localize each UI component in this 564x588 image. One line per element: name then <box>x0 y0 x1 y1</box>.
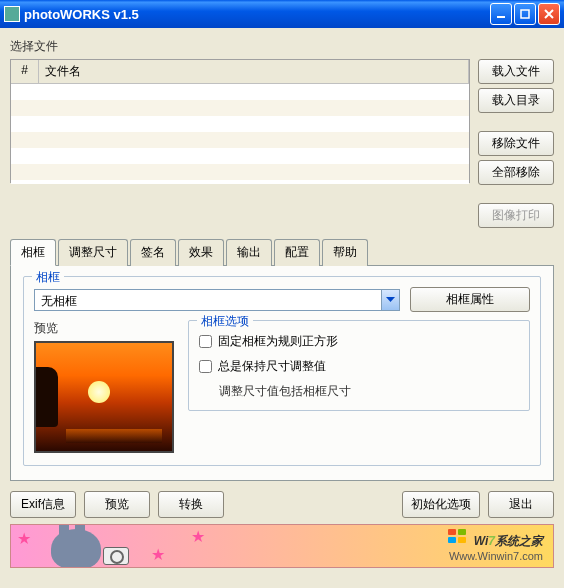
table-header: # 文件名 <box>11 60 469 84</box>
minimize-button[interactable] <box>490 3 512 25</box>
keep-size-checkbox[interactable] <box>199 360 212 373</box>
tab-signature[interactable]: 签名 <box>130 239 176 266</box>
tab-config[interactable]: 配置 <box>274 239 320 266</box>
tab-output[interactable]: 输出 <box>226 239 272 266</box>
square-frame-checkbox[interactable] <box>199 335 212 348</box>
tab-frame[interactable]: 相框 <box>10 239 56 266</box>
preview-button[interactable]: 预览 <box>84 491 150 518</box>
frame-type-combo[interactable]: 无相框 <box>34 289 400 311</box>
bunny-icon <box>51 529 101 568</box>
titlebar: photoWORKS v1.5 <box>0 0 564 28</box>
remove-all-button[interactable]: 全部移除 <box>478 160 554 185</box>
file-list-table[interactable]: # 文件名 <box>10 59 470 183</box>
chevron-down-icon[interactable] <box>381 290 399 310</box>
tab-resize[interactable]: 调整尺寸 <box>58 239 128 266</box>
tab-help[interactable]: 帮助 <box>322 239 368 266</box>
exif-info-button[interactable]: Exif信息 <box>10 491 76 518</box>
load-files-button[interactable]: 载入文件 <box>478 59 554 84</box>
square-frame-label: 固定相框为规则正方形 <box>218 333 338 350</box>
frame-options-legend: 相框选项 <box>197 313 253 330</box>
select-files-label: 选择文件 <box>10 38 554 55</box>
convert-button[interactable]: 转换 <box>158 491 224 518</box>
svg-rect-1 <box>521 10 529 18</box>
combo-value: 无相框 <box>35 290 381 310</box>
close-button[interactable] <box>538 3 560 25</box>
col-filename: 文件名 <box>39 60 469 83</box>
remove-file-button[interactable]: 移除文件 <box>478 131 554 156</box>
svg-rect-0 <box>497 16 505 18</box>
frame-properties-button[interactable]: 相框属性 <box>410 287 530 312</box>
window-title: photoWORKS v1.5 <box>24 7 490 22</box>
tab-panel-frame: 相框 无相框 相框属性 预览 <box>10 265 554 481</box>
init-options-button[interactable]: 初始化选项 <box>402 491 480 518</box>
print-image-button[interactable]: 图像打印 <box>478 203 554 228</box>
tab-effect[interactable]: 效果 <box>178 239 224 266</box>
frame-legend: 相框 <box>32 269 64 286</box>
exit-button[interactable]: 退出 <box>488 491 554 518</box>
preview-image <box>34 341 174 453</box>
keep-size-label: 总是保持尺寸调整值 <box>218 358 326 375</box>
load-dir-button[interactable]: 载入目录 <box>478 88 554 113</box>
footer-banner: ★ ★ ★ Wi7系统之家 Www.Winwin7.com <box>10 524 554 568</box>
camera-icon <box>103 547 129 565</box>
windows-flag-icon <box>448 529 468 545</box>
app-icon <box>4 6 20 22</box>
tab-row: 相框 调整尺寸 签名 效果 输出 配置 帮助 <box>10 239 554 266</box>
col-number: # <box>11 60 39 83</box>
keep-size-sublabel: 调整尺寸值包括相框尺寸 <box>219 383 519 400</box>
maximize-button[interactable] <box>514 3 536 25</box>
preview-label: 预览 <box>34 320 174 337</box>
banner-text: Wi7系统之家 Www.Winwin7.com <box>448 529 543 562</box>
table-body[interactable] <box>11 84 469 184</box>
